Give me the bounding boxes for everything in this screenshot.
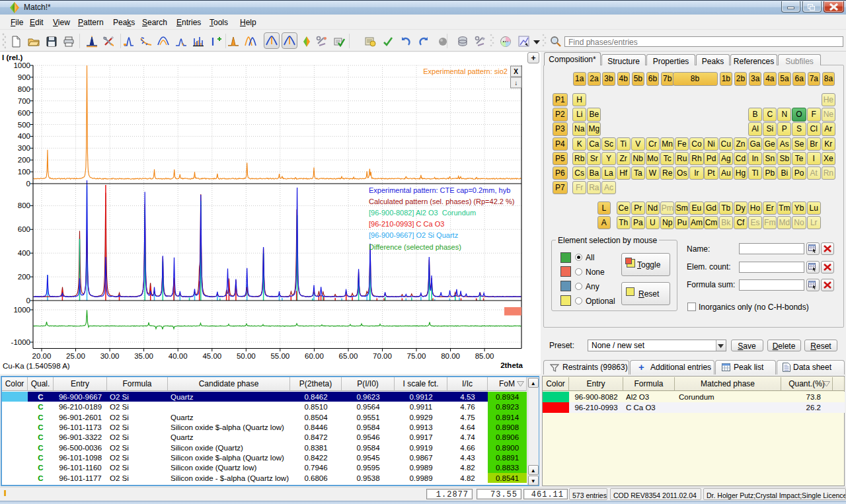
svg-text:800: 800 — [18, 201, 30, 209]
svg-text:400: 400 — [18, 249, 30, 257]
svg-text:20.00: 20.00 — [32, 352, 52, 360]
svg-text:25.00: 25.00 — [66, 352, 85, 360]
svg-text:Experimental pattern: sio2: Experimental pattern: sio2 — [423, 67, 508, 75]
svg-text:55.00: 55.00 — [270, 352, 289, 360]
svg-text:300: 300 — [18, 144, 30, 152]
svg-text:0: 0 — [26, 297, 30, 305]
svg-text:600: 600 — [18, 225, 30, 233]
svg-text:Cu-Ka (1.540598 A): Cu-Ka (1.540598 A) — [3, 362, 70, 370]
svg-text:45.00: 45.00 — [202, 352, 221, 360]
svg-text:Difference (selected phases): Difference (selected phases) — [369, 243, 461, 251]
svg-text:35.00: 35.00 — [134, 352, 153, 360]
svg-text:X: X — [514, 68, 518, 75]
svg-text:80.00: 80.00 — [441, 352, 460, 360]
svg-text:I (rel.): I (rel.) — [2, 54, 22, 61]
svg-text:0: 0 — [26, 180, 30, 188]
svg-text:[96-900-9667] O2 Si Quartz: [96-900-9667] O2 Si Quartz — [369, 231, 458, 239]
svg-text:200: 200 — [18, 273, 30, 281]
svg-text:75.00: 75.00 — [407, 352, 426, 360]
svg-text:2theta: 2theta — [500, 361, 523, 369]
svg-text:200: 200 — [18, 156, 30, 164]
svg-text:65.00: 65.00 — [339, 352, 358, 360]
svg-text:70.00: 70.00 — [373, 352, 392, 360]
svg-text:Calculated pattern (sel. phase: Calculated pattern (sel. phases) (Rp=42.… — [369, 198, 514, 205]
svg-text:700: 700 — [18, 97, 30, 105]
svg-text:500: 500 — [18, 121, 30, 129]
svg-text:1000: 1000 — [13, 306, 30, 314]
svg-text:900: 900 — [18, 73, 30, 81]
svg-text:40.00: 40.00 — [169, 352, 188, 360]
svg-text:30.00: 30.00 — [100, 352, 120, 360]
svg-text:800: 800 — [18, 85, 30, 93]
svg-text:-1000: -1000 — [11, 338, 30, 346]
svg-text:Experimental pattern: CTE cap=: Experimental pattern: CTE cap=0.2mm, hyb — [369, 186, 510, 194]
svg-text:600: 600 — [18, 109, 30, 117]
svg-text:100: 100 — [18, 168, 30, 176]
svg-text:↓: ↓ — [514, 79, 518, 87]
svg-text:50.00: 50.00 — [237, 352, 256, 360]
svg-text:85.00: 85.00 — [475, 352, 494, 360]
svg-text:[96-900-8082] Al2 O3 Corundum: [96-900-8082] Al2 O3 Corundum — [369, 209, 476, 217]
svg-text:60.00: 60.00 — [305, 352, 324, 360]
svg-text:400: 400 — [18, 132, 30, 140]
svg-text:[96-210-0993] C Ca O3: [96-210-0993] C Ca O3 — [369, 220, 444, 228]
svg-text:1000: 1000 — [13, 61, 30, 69]
